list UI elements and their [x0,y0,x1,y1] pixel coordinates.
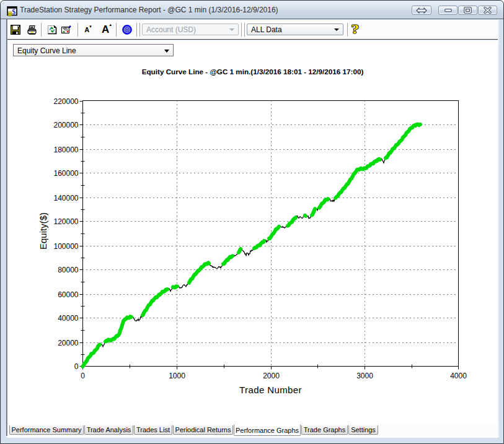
svg-text:220000: 220000 [53,97,78,106]
svg-text:Trade Number: Trade Number [239,385,302,395]
svg-text:Equity($): Equity($) [38,212,48,250]
svg-text:40000: 40000 [58,314,79,323]
svg-text:0: 0 [74,362,79,371]
svg-text:0: 0 [81,372,85,380]
svg-text:120000: 120000 [53,217,78,226]
svg-text:3000: 3000 [356,372,373,380]
svg-text:140000: 140000 [53,194,78,202]
svg-text:80000: 80000 [58,266,79,274]
svg-text:1000: 1000 [169,372,185,380]
svg-text:200000: 200000 [53,121,78,129]
svg-text:4000: 4000 [450,372,467,380]
svg-text:2000: 2000 [263,372,280,380]
svg-text:20000: 20000 [58,339,79,347]
svg-text:160000: 160000 [53,169,78,178]
svg-text:100000: 100000 [53,242,78,251]
svg-text:180000: 180000 [53,146,78,154]
svg-text:60000: 60000 [58,290,79,299]
